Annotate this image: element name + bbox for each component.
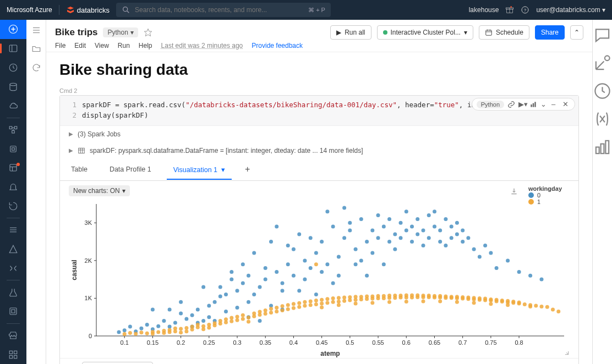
chart-icon[interactable]	[529, 101, 537, 108]
workspace-name[interactable]: lakehouse	[469, 6, 499, 14]
svg-point-332	[444, 294, 447, 298]
experiments-nav[interactable]	[0, 283, 26, 302]
svg-rect-19	[12, 147, 15, 150]
minimize-icon[interactable]: –	[551, 100, 559, 108]
delta-nav[interactable]	[0, 240, 26, 259]
workflows-nav[interactable]	[0, 120, 26, 140]
dashboard-icon[interactable]	[593, 137, 612, 157]
comment-icon[interactable]	[593, 25, 612, 45]
data-nav[interactable]	[0, 77, 26, 96]
svg-point-230	[184, 326, 188, 330]
scatter-chart[interactable]: 01K2K3K0.10.150.20.250.30.350.40.450.50.…	[69, 198, 570, 358]
svg-point-301	[370, 301, 374, 305]
menu-edit[interactable]: Edit	[74, 42, 86, 49]
svg-point-268	[292, 306, 296, 310]
search-input[interactable]	[135, 6, 304, 14]
svg-point-193	[433, 209, 436, 213]
svg-point-188	[422, 243, 425, 247]
recents-nav[interactable]	[0, 58, 26, 77]
spark-jobs-row[interactable]: ▶(3) Spark Jobs	[60, 126, 578, 142]
lang-selector[interactable]: Python ▾	[103, 27, 138, 37]
run-all-button[interactable]: ▶ Run all	[330, 25, 371, 40]
chevron-down-icon[interactable]: ⌄	[540, 100, 548, 108]
notebook-title[interactable]: Bike trips	[55, 27, 97, 38]
add-tab-button[interactable]: +	[245, 164, 250, 174]
svg-point-109	[201, 285, 205, 289]
svg-point-248	[236, 318, 239, 322]
pipelines-nav[interactable]	[0, 259, 26, 278]
link-icon[interactable]	[507, 101, 515, 108]
new-charts-toggle[interactable]: New charts: ON ▾	[69, 185, 130, 196]
run-cell-icon[interactable]: ▶▾	[518, 100, 526, 108]
help-icon[interactable]: ?	[521, 5, 529, 14]
share-panel-icon[interactable]	[593, 53, 612, 73]
schema-row[interactable]: ▶sparkDF: pyspark.sql.dataframe.DataFram…	[60, 142, 578, 159]
svg-point-187	[416, 232, 419, 236]
svg-point-190	[427, 213, 431, 217]
schedule-button[interactable]: Schedule	[479, 25, 529, 40]
alerts-nav[interactable]	[0, 178, 26, 197]
refresh-icon[interactable]	[31, 63, 41, 73]
svg-point-120	[236, 289, 239, 293]
marketplace-nav[interactable]	[0, 326, 26, 345]
gift-icon[interactable]	[505, 5, 514, 14]
download-icon[interactable]	[510, 187, 518, 195]
edit-visualization-button[interactable]: Edit Visualization	[82, 362, 153, 365]
svg-point-271	[297, 301, 301, 305]
collapse-sidebar-button[interactable]: ⌃	[570, 25, 583, 40]
toc-icon[interactable]	[31, 25, 41, 35]
svg-rect-26	[10, 308, 17, 315]
models-nav[interactable]	[0, 302, 26, 321]
star-icon[interactable]	[144, 28, 152, 37]
global-search[interactable]: ⌘ + P	[116, 3, 331, 17]
svg-point-179	[393, 247, 397, 251]
svg-point-320	[416, 293, 419, 297]
svg-point-370	[556, 309, 560, 313]
svg-marker-34	[144, 29, 151, 36]
svg-point-279	[320, 301, 324, 305]
svg-text:2K: 2K	[85, 257, 92, 263]
menu-help[interactable]: Help	[139, 42, 152, 49]
ingest-nav[interactable]	[0, 220, 26, 240]
compute-nav[interactable]	[0, 139, 26, 158]
svg-text:0.35: 0.35	[260, 339, 271, 346]
svg-point-309	[387, 294, 391, 297]
svg-point-263	[275, 306, 278, 310]
svg-point-353	[495, 297, 499, 301]
history-nav[interactable]	[0, 196, 26, 216]
cell-lang-pill[interactable]: Python	[477, 101, 504, 108]
svg-point-257	[258, 310, 262, 313]
svg-point-118	[230, 277, 233, 281]
svg-point-210	[506, 258, 510, 262]
workspace-nav[interactable]	[0, 39, 26, 58]
cloud-nav[interactable]	[0, 96, 26, 115]
share-button[interactable]: Share	[535, 25, 565, 40]
svg-point-249	[236, 315, 239, 318]
svg-point-252	[247, 315, 250, 319]
feedback-link[interactable]: Provide feedback	[252, 42, 303, 49]
legend-item-1[interactable]: 1	[528, 198, 562, 205]
menu-file[interactable]: File	[55, 42, 65, 49]
menu-run[interactable]: Run	[118, 42, 130, 49]
tab-visualization[interactable]: Visualization 1 ▾	[171, 160, 227, 179]
svg-point-101	[179, 311, 183, 315]
new-button[interactable]	[0, 20, 26, 39]
svg-text:3K: 3K	[85, 219, 92, 226]
svg-text:0.4: 0.4	[289, 339, 298, 346]
svg-point-323	[422, 299, 425, 303]
tab-table[interactable]: Table	[69, 160, 90, 179]
close-icon[interactable]: ✕	[562, 100, 570, 108]
sql-nav[interactable]	[0, 158, 26, 178]
variables-icon[interactable]	[593, 109, 612, 129]
notebook-header: Bike trips Python ▾ ▶ Run all Interactiv…	[46, 20, 592, 52]
resize-handle-icon[interactable]	[562, 348, 570, 356]
legend-item-0[interactable]: 0	[528, 192, 562, 198]
revision-icon[interactable]	[593, 81, 612, 101]
cluster-selector[interactable]: Interactive Cluster Pol... ▾	[377, 25, 473, 40]
partner-nav[interactable]	[0, 345, 26, 364]
tab-data-profile[interactable]: Data Profile 1	[107, 160, 154, 179]
svg-rect-374	[601, 144, 604, 154]
menu-view[interactable]: View	[95, 42, 109, 49]
user-menu[interactable]: user@databricks.com ▾	[536, 6, 605, 14]
folder-icon[interactable]	[31, 44, 41, 54]
